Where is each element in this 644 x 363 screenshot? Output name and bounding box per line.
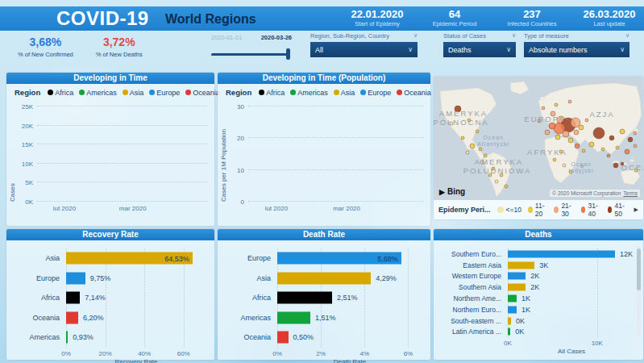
- map-bubble[interactable]: [479, 148, 482, 151]
- map-bubble[interactable]: [601, 148, 605, 151]
- bar[interactable]: [277, 272, 371, 284]
- legend-item-europe[interactable]: Europe: [360, 89, 391, 97]
- map-bubble[interactable]: [579, 125, 584, 130]
- map-bubble[interactable]: [466, 151, 469, 154]
- bar[interactable]: 5,68%: [277, 252, 401, 265]
- map-bubble[interactable]: [563, 164, 566, 167]
- map-legend: Epidemy Peri... <=1011-2021-3031-4041-50…: [434, 200, 643, 219]
- bar[interactable]: [508, 306, 517, 313]
- legend-item-label: Oceania: [193, 89, 220, 97]
- legend-scroll-arrow[interactable]: ▶: [634, 207, 638, 213]
- bar-track: 0,93%: [66, 328, 203, 348]
- map-bubble[interactable]: [616, 146, 619, 149]
- map-bubble[interactable]: [568, 100, 571, 103]
- panel-developing-in-time-population: Developing in Time (Population) RegionAf…: [218, 73, 430, 226]
- map-bubble[interactable]: [589, 142, 594, 147]
- map-bubble[interactable]: [585, 119, 588, 122]
- header-stat: 64Epidemic Period: [426, 8, 483, 28]
- map-bubble[interactable]: [634, 131, 637, 135]
- map-terms-link[interactable]: Terms: [623, 190, 638, 196]
- legend-item-asia[interactable]: Asia: [334, 89, 355, 97]
- plot-area: 0102030lut 2020mar 2020: [248, 106, 424, 202]
- filter-label[interactable]: Region, Sub-Region, Country∨: [310, 32, 418, 42]
- bar[interactable]: [508, 295, 517, 302]
- bar[interactable]: [508, 328, 510, 336]
- map-bubble[interactable]: [568, 138, 573, 143]
- bar[interactable]: [508, 250, 615, 257]
- map-legend-item[interactable]: 31-40: [581, 202, 601, 218]
- map-bubble[interactable]: [476, 130, 479, 133]
- bar[interactable]: [66, 311, 78, 323]
- map-bubble[interactable]: [555, 135, 560, 140]
- filter-label[interactable]: Status of Cases∨: [443, 32, 516, 42]
- filter-dropdown[interactable]: Deaths∨: [443, 42, 516, 57]
- filter-3: Type of measure∨Absolute numbers∨: [524, 32, 629, 57]
- bar[interactable]: [66, 332, 68, 344]
- bar[interactable]: [277, 332, 289, 344]
- map-bubble[interactable]: [575, 144, 580, 148]
- map-bubble[interactable]: [613, 163, 618, 168]
- bar-row-oceania: Oceania6,20%: [13, 308, 206, 328]
- map-bubble[interactable]: [495, 180, 498, 183]
- map-bubble[interactable]: [563, 131, 569, 137]
- slider-handle[interactable]: [286, 48, 290, 60]
- map-bubble[interactable]: [549, 123, 555, 129]
- bar[interactable]: [508, 273, 526, 280]
- legend-item-americas[interactable]: Americas: [79, 89, 117, 97]
- map-bubble[interactable]: [609, 136, 614, 140]
- bar[interactable]: [66, 272, 85, 284]
- bar-value-label: 9,75%: [90, 274, 111, 282]
- map-bubble[interactable]: [620, 129, 625, 134]
- scrollbar-thumb[interactable]: [637, 248, 641, 290]
- map-bubble[interactable]: [634, 144, 637, 148]
- world-map[interactable]: AMERYKAPÓŁNOCNAEUROPAAZJAOceanAtlantycki…: [434, 77, 643, 200]
- map-legend-item[interactable]: 21-30: [554, 202, 574, 218]
- bar-value-label: 2K: [530, 283, 539, 291]
- legend-item-oceania[interactable]: Oceania: [185, 89, 220, 97]
- map-legend-item[interactable]: <=10: [497, 202, 521, 218]
- map-bubble[interactable]: [470, 144, 475, 148]
- filter-label[interactable]: Type of measure∨: [524, 32, 629, 42]
- header-stat: 22.01.2020Start of Epidemy: [349, 8, 405, 28]
- map-bubble[interactable]: [607, 154, 610, 157]
- map-bubble[interactable]: [461, 136, 464, 140]
- filter-dropdown[interactable]: Absolute numbers∨: [524, 42, 629, 57]
- legend-item-africa[interactable]: Africa: [259, 89, 285, 97]
- legend-item-africa[interactable]: Africa: [48, 89, 73, 97]
- x-axis-tick: mar 2020: [119, 205, 147, 212]
- bar[interactable]: [66, 292, 80, 304]
- map-bubble[interactable]: [553, 158, 556, 161]
- bar[interactable]: [508, 317, 511, 324]
- map-bubble[interactable]: [555, 103, 558, 106]
- map-bubble[interactable]: [625, 149, 629, 154]
- legend-item-oceania[interactable]: Oceania: [397, 89, 431, 97]
- bar[interactable]: [508, 284, 526, 291]
- bar-row-europe: Europe5,68%: [224, 248, 422, 269]
- slider-track[interactable]: [211, 48, 292, 60]
- bing-logo[interactable]: ▶Bing: [439, 187, 465, 196]
- legend-item-americas[interactable]: Americas: [290, 89, 328, 97]
- map-bubble[interactable]: [545, 130, 550, 135]
- map-bubble[interactable]: [574, 130, 579, 135]
- map-bubble[interactable]: [582, 149, 585, 152]
- bar[interactable]: [277, 311, 310, 323]
- map-legend-item[interactable]: 41-50: [608, 202, 628, 218]
- legend-item-asia[interactable]: Asia: [123, 89, 144, 97]
- map-bubble[interactable]: [593, 127, 605, 139]
- map-bubble[interactable]: [542, 106, 545, 110]
- kpi-value: 3,68%: [18, 35, 73, 48]
- bar-value-label: 1,51%: [315, 314, 336, 322]
- legend-item-europe[interactable]: Europe: [149, 89, 180, 97]
- bar[interactable]: 64,53%: [66, 252, 193, 265]
- bar[interactable]: [277, 292, 332, 304]
- map-bubble[interactable]: [505, 185, 508, 188]
- filter-value: Absolute numbers: [529, 46, 588, 54]
- panel-map: AMERYKAPÓŁNOCNAEUROPAAZJAOceanAtlantycki…: [434, 77, 643, 219]
- bar[interactable]: [508, 261, 534, 269]
- panel-title: Developing in Time (Population): [218, 73, 430, 84]
- map-legend-item[interactable]: 11-20: [528, 202, 548, 218]
- legend-item-label: Europe: [156, 89, 180, 97]
- map-bubble[interactable]: [628, 137, 633, 142]
- bar-row-label: Northern Ame...: [440, 294, 508, 302]
- filter-dropdown[interactable]: All∨: [310, 42, 418, 57]
